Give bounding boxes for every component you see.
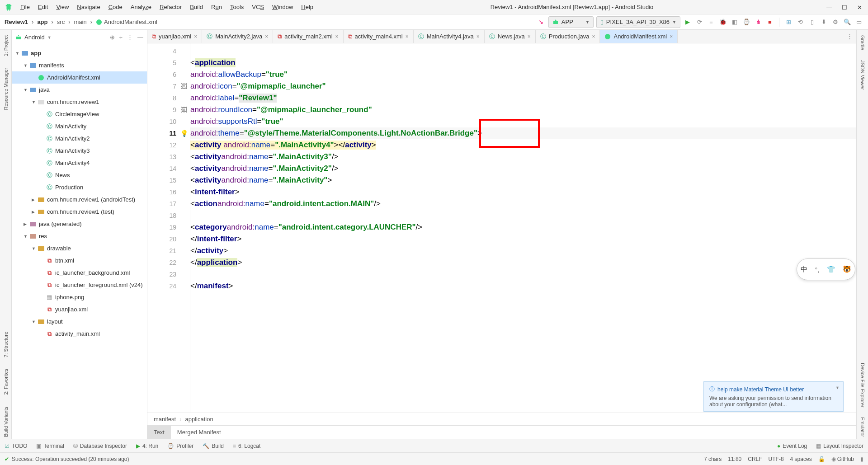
gutter-line[interactable]: 15 (147, 174, 190, 186)
code-line[interactable] (190, 45, 856, 57)
gutter-line[interactable]: 14 (147, 163, 190, 174)
status-encoding[interactable]: UTF-8 (769, 456, 784, 462)
menu-tools[interactable]: Tools (226, 2, 248, 12)
apply-code-icon[interactable]: ≡ (707, 18, 716, 27)
gutter-line[interactable]: 20 (147, 233, 190, 245)
avd-icon[interactable]: ▯ (807, 18, 816, 27)
code-line[interactable]: <intent-filter> (190, 186, 856, 198)
status-indent[interactable]: 4 spaces (790, 456, 812, 462)
crumb-app[interactable]: app (37, 19, 47, 25)
editor-tab[interactable]: ⒸNews.java× (485, 30, 536, 43)
stop-button[interactable]: ■ (765, 18, 774, 27)
tree-node-class[interactable]: ⒸMainActivity4 (12, 157, 147, 169)
status-github[interactable]: ◉GitHub (831, 456, 854, 462)
status-readonly-icon[interactable]: 🔓 (818, 456, 825, 462)
menu-build[interactable]: Build (186, 2, 207, 12)
debug-button[interactable]: 🐞 (718, 18, 727, 27)
gutter-line[interactable]: 21 (147, 245, 190, 257)
tree-node-xml[interactable]: ⧉ic_launcher_foreground.xml (v24) (12, 279, 147, 291)
gutter-line[interactable]: 5 (147, 57, 190, 69)
breadcrumb-item[interactable]: manifest (154, 416, 176, 423)
tree-node-xml[interactable]: ⧉activity_main.xml (12, 328, 147, 340)
status-position[interactable]: 11:80 (728, 456, 741, 462)
tree-node-class[interactable]: ⒸCircleImageView (12, 108, 147, 120)
tool-run[interactable]: ▶4: Run (136, 443, 158, 449)
device-selector[interactable]: ▯ PIXEL_3A_API_30_X86 ▼ (596, 16, 680, 28)
tree-node-png[interactable]: ▦iphone.png (12, 291, 147, 303)
code-line[interactable]: <activity android:name=".MainActivity"> (190, 174, 856, 186)
menu-view[interactable]: View (52, 2, 73, 12)
maximize-button[interactable]: ☐ (842, 4, 848, 10)
menu-window[interactable]: Window (268, 2, 297, 12)
editor-tab[interactable]: ⧉activity_main2.xml× (273, 30, 343, 43)
left-strip-project[interactable]: 1: Project (3, 33, 9, 58)
gutter-line[interactable]: 8 (147, 92, 190, 104)
run-config-selector[interactable]: APP ▼ (548, 16, 594, 28)
sync-icon[interactable]: ⟲ (796, 18, 805, 27)
menu-run[interactable]: Run (207, 2, 226, 12)
gutter-line[interactable]: 12 (147, 139, 190, 151)
gutter-line[interactable]: 4 (147, 45, 190, 57)
code-line[interactable]: android:supportsRtl="true" (190, 116, 856, 127)
close-icon[interactable]: × (335, 33, 339, 40)
search-icon[interactable]: 🔍 (843, 18, 852, 27)
status-line-ending[interactable]: CRLF (748, 456, 762, 462)
tree-node-xml[interactable]: ⧉yuanjiao.xml (12, 303, 147, 315)
editor-tab[interactable]: ⧉yuanjiao.xml× (147, 30, 202, 43)
close-button[interactable]: ✕ (857, 4, 863, 10)
ime-shirt-icon[interactable]: 👕 (827, 265, 835, 273)
code-line[interactable]: <activity android:name=".MainActivity4">… (190, 139, 856, 151)
close-icon[interactable]: × (528, 33, 531, 40)
tree-node-class[interactable]: ⒸMainActivity (12, 120, 147, 132)
menu-refactor[interactable]: Refactor (156, 2, 186, 12)
menu-code[interactable]: Code (104, 2, 127, 12)
gutter[interactable]: 4 5 6 7🖼 8 9🖼 10 11💡 12 13 14 15 16 17 1… (147, 43, 190, 413)
gutter-line[interactable]: 18 (147, 210, 190, 221)
code-line[interactable]: android:icon="@mipmap/ic_launcher" (190, 80, 856, 92)
tool-profiler[interactable]: ⌚Profiler (167, 443, 193, 449)
menu-navigate[interactable]: Navigate (73, 2, 104, 12)
crumb-main[interactable]: main (74, 19, 87, 25)
tab-text[interactable]: Text (147, 426, 171, 439)
image-marker-icon[interactable]: 🖼 (181, 106, 187, 113)
gutter-line[interactable]: 7🖼 (147, 80, 190, 92)
tree-node-class[interactable]: ⒸProduction (12, 181, 147, 193)
project-tree[interactable]: ▼app ▼manifests AndroidManifest.xml ▼jav… (12, 45, 147, 439)
code-line[interactable]: <application (190, 57, 856, 69)
settings-icon[interactable]: ⚙ (831, 18, 840, 27)
tree-node-xml[interactable]: ⧉ic_launcher_background.xml (12, 267, 147, 279)
crumb-project[interactable]: Review1 (5, 19, 28, 25)
breadcrumb-item[interactable]: application (185, 416, 213, 423)
tree-node-manifests[interactable]: ▼manifests (12, 59, 147, 71)
close-icon[interactable]: × (670, 33, 673, 40)
gutter-line[interactable]: 19 (147, 221, 190, 233)
menu-help[interactable]: Help (297, 2, 317, 12)
code-line[interactable]: <action android:name="android.intent.act… (190, 198, 856, 210)
code-line[interactable] (190, 268, 856, 280)
gutter-line[interactable]: 9🖼 (147, 104, 190, 116)
tree-node-class[interactable]: ⒸMainActivity2 (12, 132, 147, 145)
close-icon[interactable]: × (406, 33, 409, 40)
left-strip-resource-manager[interactable]: Resource Manager (3, 66, 9, 112)
gutter-line[interactable]: 10 (147, 116, 190, 127)
run-button[interactable]: ▶ (683, 18, 692, 27)
project-mode-label[interactable]: Android (24, 34, 45, 41)
tree-node-package-test[interactable]: ▶com.hnucm.review1 (test) (12, 206, 147, 218)
tool-build[interactable]: 🔨Build (203, 443, 224, 449)
code-line[interactable]: <activity android:name=".MainActivity3" … (190, 151, 856, 163)
gutter-line[interactable]: 13 (147, 151, 190, 163)
hide-icon[interactable]: — (137, 34, 143, 41)
tree-node-package-test[interactable]: ▶com.hnucm.review1 (androidTest) (12, 193, 147, 206)
code-line[interactable]: </application> (190, 257, 856, 268)
tree-node-res[interactable]: ▼res (12, 230, 147, 242)
tree-node-class[interactable]: ⒸNews (12, 169, 147, 181)
tree-node-java-gen[interactable]: ▶java (generated) (12, 218, 147, 230)
pin-icon[interactable]: ↘ (537, 18, 546, 27)
tree-node-drawable[interactable]: ▼drawable (12, 242, 147, 254)
chevron-down-icon[interactable]: ▼ (835, 385, 840, 390)
code-line[interactable]: android:roundIcon="@mipmap/ic_launcher_r… (190, 104, 856, 116)
code-line[interactable]: <category android:name="android.intent.c… (190, 221, 856, 233)
status-memory-icon[interactable]: ▮ (860, 456, 863, 462)
tool-logcat[interactable]: ≡6: Logcat (233, 443, 260, 449)
tree-node-xml[interactable]: ⧉btn.xml (12, 254, 147, 267)
